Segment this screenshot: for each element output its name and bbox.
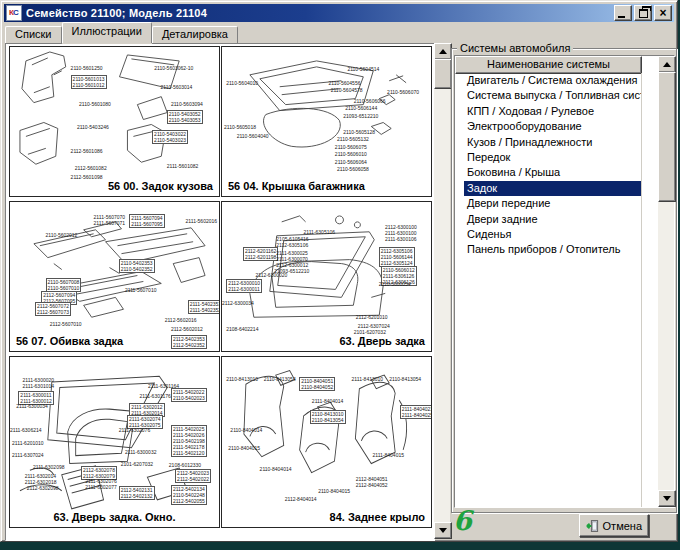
list-item[interactable]: Задок (464, 181, 641, 196)
diagram-panel[interactable]: 2111-63000202111-63010142111-63000112111… (9, 356, 220, 528)
restore-button[interactable] (634, 5, 652, 21)
part-number-label: 2111-6300034 (16, 403, 48, 409)
part-number-label: 2110-54030222110-5403023 (152, 130, 188, 144)
part-number-label: 2111-5601082 (167, 163, 199, 169)
part-number-label: 2110-56010132110-5601012 (71, 75, 107, 89)
part-number-label: 2110-5606075 (335, 144, 367, 150)
part-number-label: 2110-5605018 (224, 124, 256, 130)
part-number-label: 2110-5606144 (345, 105, 377, 111)
illustration-area: 2110-56012502110-56010132110-56010122110… (5, 43, 435, 541)
part-number-label: 2112-63051062110-56061442112-6305124 (379, 247, 415, 267)
list-item[interactable]: Двери передние (464, 196, 641, 211)
part-number-label: 2111-63020142112-6302018 (25, 473, 57, 485)
part-number-label: 2112-6300034 (222, 300, 254, 306)
part-number-label: 2110-8413010 (226, 376, 258, 382)
part-number-label: 2111-8404015 (372, 452, 404, 458)
app-logo-icon: КС (6, 5, 22, 21)
diagram-panel[interactable]: 2110-56040102110-56045142110-56045562110… (221, 46, 432, 197)
part-number-label: 2110-8404015 (228, 445, 260, 451)
list-item[interactable]: Боковина / Крыша (464, 165, 641, 180)
part-number-label: 2112-5601082 (75, 165, 107, 171)
minimize-icon (618, 16, 625, 18)
systems-list: Наименование системы Двигатель / Система… (454, 55, 675, 508)
panel-caption: 56 07. Обивка задка (16, 335, 213, 347)
part-number-label: 2111-6300106 (385, 236, 417, 242)
panel-caption: 84. Заднее крыло (228, 511, 425, 523)
list-header[interactable]: Наименование системы (455, 56, 642, 74)
part-number-label: 2110-8404014 (260, 466, 292, 472)
part-number-label: 2111-5602016 (186, 218, 218, 224)
part-number-label: 2112-54020232112-5402022 (175, 469, 211, 483)
part-number-label: 2110-5403246 (77, 124, 109, 130)
part-number-label: 2112-84040512112-8404052 (356, 476, 388, 488)
main-scroll-thumb[interactable] (434, 59, 452, 89)
list-item[interactable]: Двери задние (464, 212, 641, 227)
list-scroll-thumb[interactable] (658, 72, 676, 202)
part-number-label: 2112-5602016 (165, 317, 197, 323)
part-number-label: 2110-56070082110-5607010 (46, 278, 82, 292)
part-number-label: 2112-54021312112-5402132 (119, 486, 155, 500)
part-number-label: 2110-5604556 (329, 80, 361, 86)
diagram-sketch (222, 47, 431, 196)
list-item[interactable]: Двигатель / Система охлаждения (464, 73, 641, 88)
part-number-label: 2112-8404014 (285, 496, 317, 502)
part-number-label: 2110-5605128 (343, 129, 375, 135)
arrow-up-icon (663, 62, 671, 67)
list-scrollbar[interactable] (658, 56, 674, 507)
part-number-label: 2111-56070702111-5607071 (94, 214, 126, 226)
diagram-panel[interactable]: 2110-56012502110-56010132110-56010122110… (9, 46, 220, 197)
restore-icon (639, 9, 648, 18)
part-number-label: 2111-6302076 (119, 427, 151, 433)
list-item[interactable]: Система выпуска / Топливная система (464, 88, 641, 103)
part-number-label: 2110-5604010 (226, 80, 258, 86)
arrow-down-icon (439, 528, 447, 533)
diagram-panel[interactable]: 2110-84130102110-84130542110-84040512110… (221, 356, 432, 528)
part-number-label: 2108-6402214 (226, 326, 258, 332)
main-scrollbar[interactable] (434, 43, 450, 539)
systems-group-label: Системы автомобиля (457, 42, 573, 54)
tab-spiski[interactable]: Списки (5, 26, 62, 43)
part-number-label: 2110-5601080 (79, 101, 111, 107)
list-item[interactable]: Кузов / Принадлежности (464, 135, 641, 150)
close-button[interactable]: × (654, 5, 672, 21)
list-item[interactable]: Электрооборудование (464, 119, 641, 134)
part-number-label: 2112-6201010 (356, 314, 388, 320)
diagram-panel[interactable]: 2111-56070702111-56070712111-56070942111… (9, 201, 220, 352)
part-number-label: 2110-5603062-10 (154, 65, 193, 71)
part-number-label: 2111-84040212111-8404025 (400, 405, 432, 419)
part-number-label: 2110-5603014 (160, 84, 192, 90)
part-number-label: 2112-6305106 (276, 242, 308, 248)
list-item[interactable]: КПП / Ходовая / Рулевое (464, 104, 641, 119)
part-number-label: 2110-5601250 (71, 65, 103, 71)
part-number-label: 2111-63020762111-6302077 (85, 478, 117, 490)
part-number-label: 2111-54023512111-5402352 (188, 300, 220, 314)
minimize-button[interactable] (614, 5, 632, 21)
part-number-label: 2112-5601098 (71, 174, 103, 180)
part-number-label: 2112-5607010 (50, 321, 82, 327)
part-number-label: 2112-5602012 (171, 326, 203, 332)
title-bar: КС Семейство 21100; Модель 21104 × (4, 4, 674, 22)
part-number-label: 2111-54020222110-5402023 (171, 388, 207, 402)
main-scroll-down-button[interactable] (434, 522, 452, 539)
part-number-label: 2110-5605132 (337, 136, 369, 142)
tab-illyustratsii[interactable]: Иллюстрации (62, 22, 152, 43)
part-number-label: 2110-8413054 (264, 376, 296, 382)
arrow-up-icon (439, 49, 447, 54)
part-number-label: 2110-5606064 (335, 159, 367, 165)
part-number-label: 2111-6201010 (12, 440, 44, 446)
part-number-label: 2110-5606010 (335, 151, 367, 157)
part-number-label: 2112-62011622112-6201198 (243, 247, 279, 261)
list-item[interactable]: Передок (464, 150, 641, 165)
list-item[interactable]: Сиденья (464, 227, 641, 242)
part-number-label: 2112-6300020 (255, 272, 287, 278)
list-scroll-up-button[interactable] (658, 56, 676, 73)
tab-bar: СпискиИллюстрацииДеталировка (5, 24, 238, 43)
tab-detalirovka[interactable]: Деталировка (152, 26, 238, 43)
diagram-panel[interactable]: 2112-62011622112-62011982111-63051062105… (221, 201, 432, 352)
part-number-label: 2110-5604040 (237, 133, 269, 139)
record-count-label: 6 (453, 505, 472, 536)
cancel-button[interactable]: Отмена (579, 514, 649, 537)
list-item[interactable]: Панель приборов / Отопитель (464, 242, 641, 257)
main-scroll-up-button[interactable] (434, 43, 452, 60)
list-scroll-down-button[interactable] (658, 490, 676, 507)
